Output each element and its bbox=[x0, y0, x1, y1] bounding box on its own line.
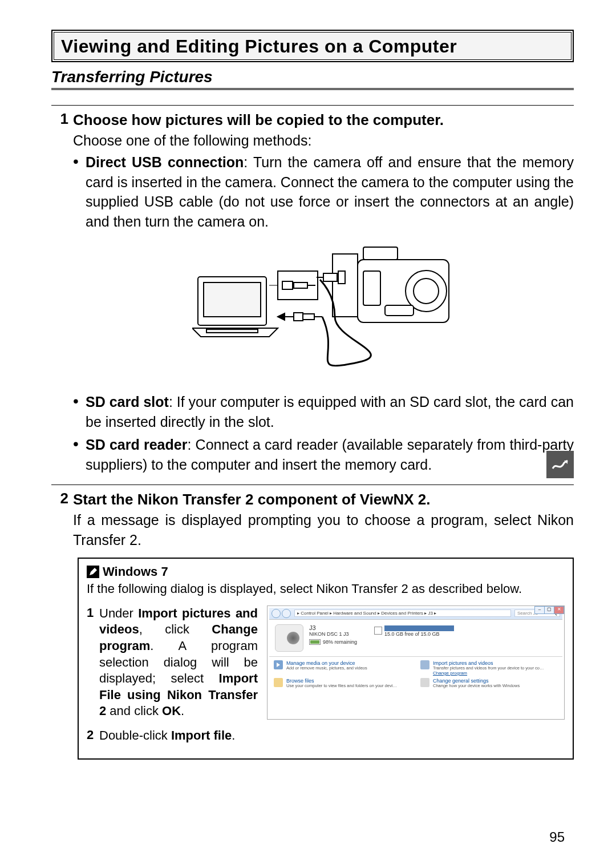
action-change-settings[interactable]: Change general settingsChange how your d… bbox=[420, 678, 558, 688]
svg-rect-2 bbox=[206, 329, 258, 333]
step-number: 2 bbox=[51, 490, 73, 550]
svg-point-15 bbox=[414, 278, 439, 304]
bullet-sd-slot: SD card slot: If your computer is equipp… bbox=[86, 392, 574, 431]
drive-icon bbox=[374, 627, 382, 635]
section-tab-icon bbox=[546, 451, 574, 478]
substep-number: 1 bbox=[87, 605, 99, 720]
svg-rect-9 bbox=[294, 313, 303, 321]
step-2: 2 Start the Nikon Transfer 2 component o… bbox=[51, 485, 574, 760]
step-1: 1 Choose how pictures will be copied to … bbox=[51, 105, 574, 478]
action-manage-media[interactable]: Manage media on your deviceAdd or remove… bbox=[274, 660, 411, 676]
svg-rect-19 bbox=[338, 271, 345, 284]
step-number: 1 bbox=[51, 110, 73, 478]
nav-buttons[interactable] bbox=[271, 609, 291, 618]
section-header-frame: Viewing and Editing Pictures on a Comput… bbox=[51, 30, 574, 62]
step-heading: Choose how pictures will be copied to th… bbox=[73, 110, 574, 131]
action-browse-files[interactable]: Browse filesUse your computer to view fi… bbox=[274, 678, 411, 688]
folder-icon bbox=[274, 678, 283, 687]
gear-icon bbox=[420, 678, 429, 687]
action-import[interactable]: Import pictures and videosTransfer pictu… bbox=[420, 660, 558, 676]
bullet-label: SD card reader bbox=[86, 437, 187, 453]
breadcrumb[interactable]: ▸ Control Panel ▸ Hardware and Sound ▸ D… bbox=[294, 609, 511, 617]
device-name: J3 bbox=[309, 624, 357, 631]
play-icon bbox=[274, 660, 283, 669]
section-title: Viewing and Editing Pictures on a Comput… bbox=[61, 36, 564, 57]
svg-rect-1 bbox=[204, 282, 261, 317]
step-heading: Start the Nikon Transfer 2 component of … bbox=[73, 490, 574, 510]
step-intro: Choose one of the following methods: bbox=[73, 131, 574, 151]
svg-rect-4 bbox=[282, 281, 293, 289]
forward-icon[interactable] bbox=[282, 609, 291, 618]
storage-bar bbox=[384, 625, 454, 631]
note-intro: If the following dialog is displayed, se… bbox=[87, 580, 565, 597]
svg-rect-13 bbox=[363, 247, 398, 260]
battery-icon bbox=[309, 639, 321, 645]
section-header: Viewing and Editing Pictures on a Comput… bbox=[54, 32, 572, 60]
windows-dialog-screenshot: – ▢ ✕ ▸ Control Panel ▸ Hardware and Sou… bbox=[267, 605, 565, 720]
note-substep-1: 1 Under Import pictures and videos, clic… bbox=[87, 605, 258, 720]
svg-rect-10 bbox=[303, 314, 314, 320]
bullet-label: Direct USB connection bbox=[86, 154, 244, 170]
svg-rect-16 bbox=[363, 271, 380, 305]
device-model: NIKON DSC 1 J3 bbox=[309, 631, 357, 637]
maximize-button[interactable]: ▢ bbox=[545, 606, 554, 614]
note-title: Windows 7 bbox=[103, 564, 168, 579]
camera-thumbnail-icon bbox=[275, 624, 303, 652]
note-substep-2: 2 Double-click Import file. bbox=[87, 728, 258, 744]
svg-rect-17 bbox=[385, 305, 414, 316]
close-button[interactable]: ✕ bbox=[554, 606, 564, 614]
pencil-icon bbox=[87, 566, 99, 578]
bullet-direct-usb: Direct USB connection: Turn the camera o… bbox=[86, 152, 574, 231]
substep-number: 2 bbox=[87, 728, 99, 744]
svg-rect-18 bbox=[333, 254, 358, 317]
storage-status: 15.0 GB free of 15.0 GB bbox=[374, 624, 454, 637]
windows7-note: Windows 7 If the following dialog is dis… bbox=[78, 558, 574, 760]
bullet-sd-reader: SD card reader: Connect a card reader (a… bbox=[86, 435, 574, 474]
bullet-label: SD card slot bbox=[86, 394, 169, 410]
usb-connection-illustration bbox=[192, 237, 455, 385]
svg-rect-5 bbox=[294, 282, 307, 288]
page-number: 95 bbox=[549, 829, 565, 845]
import-icon bbox=[420, 660, 429, 669]
step-text: If a message is displayed prompting you … bbox=[73, 510, 574, 550]
minimize-button[interactable]: – bbox=[534, 606, 545, 614]
change-program-link[interactable]: Change program bbox=[433, 671, 544, 676]
battery-status: 98% remaining bbox=[309, 639, 357, 645]
svg-rect-20 bbox=[323, 273, 337, 281]
back-icon[interactable] bbox=[271, 609, 281, 618]
window-controls: – ▢ ✕ bbox=[534, 606, 564, 614]
subsection-title: Transferring Pictures bbox=[51, 68, 574, 90]
